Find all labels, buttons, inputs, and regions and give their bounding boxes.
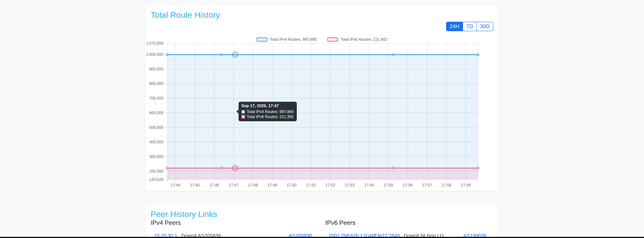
x-axis-tick-label: 17:44 — [171, 183, 180, 187]
data-point — [234, 54, 236, 56]
y-axis-tick-label: 1,000,000 — [146, 52, 164, 57]
x-axis-tick-label: 17:57 — [422, 183, 432, 187]
data-point — [477, 54, 479, 56]
x-axis-tick-label: 17:48 — [248, 183, 258, 187]
x-axis-tick-label: 17:46 — [210, 183, 219, 187]
tooltip-swatch-ipv4 — [242, 110, 245, 114]
ipv4-peers-column: IPv4 Peers 10.20.30.1 Down4 AS205838 AS2… — [151, 219, 315, 238]
ipv6-peers-column: IPv6 Peers 2001:7b8:62b:1:0:d4ff:fe72:78… — [325, 219, 490, 238]
y-axis-tick-label: 700,000 — [149, 96, 164, 101]
x-axis-tick-label: 17:54 — [364, 183, 374, 187]
y-axis-tick-label: 400,000 — [149, 140, 164, 144]
bottom-edge-bar — [0, 237, 644, 238]
tooltip-swatch-ipv6 — [242, 115, 245, 119]
x-axis-tick-label: 17:45 — [190, 183, 200, 187]
x-axis-tick-label: 17:58 — [442, 183, 451, 187]
range-button-24h[interactable]: 24H — [446, 22, 463, 31]
y-axis-tick-label: 143,629 — [149, 177, 164, 182]
tooltip-row-ipv6: Total IPv6 Routes: 221,355 — [242, 114, 294, 119]
data-point — [220, 167, 222, 169]
tooltip-title: Sep 17, 2025, 17:47 — [242, 104, 294, 108]
x-axis-tick-label: 17:50 — [287, 183, 296, 187]
y-axis-tick-label: 200,000 — [149, 169, 164, 173]
range-button-30d[interactable]: 30D — [476, 22, 493, 31]
y-axis-tick-label: 300,000 — [149, 154, 164, 159]
chart-canvas[interactable]: 1,075,5561,000,000900,000800,000700,0006… — [145, 35, 499, 190]
x-axis-tick-label: 17:53 — [345, 183, 355, 187]
peer-history-links-card: Peer History Links IPv4 Peers 10.20.30.1… — [145, 204, 499, 238]
time-range-button-group: 24H 7D 30D — [446, 22, 493, 31]
ipv6-peers-heading: IPv6 Peers — [325, 219, 490, 226]
data-point — [392, 167, 394, 169]
data-point — [477, 167, 479, 169]
app-background: Total Route History 24H 7D 30D Total IPv… — [0, 0, 644, 238]
total-route-history-card: Total Route History 24H 7D 30D Total IPv… — [145, 5, 499, 191]
chart-tooltip: Sep 17, 2025, 17:47 Total IPv4 Routes: 9… — [238, 102, 297, 121]
total-ipv6-routes-area — [168, 168, 478, 179]
x-axis-tick-label: 17:52 — [326, 183, 335, 187]
x-axis-tick-label: 17:51 — [306, 183, 316, 187]
data-point — [234, 167, 236, 169]
y-axis-tick-label: 1,075,556 — [146, 41, 164, 46]
x-axis-tick-label: 17:56 — [403, 183, 413, 187]
peer-card-title: Peer History Links — [151, 209, 217, 219]
y-axis-tick-label: 800,000 — [149, 82, 164, 86]
y-axis-tick-label: 600,000 — [149, 111, 164, 115]
range-button-7d[interactable]: 7D — [463, 22, 477, 31]
data-point — [166, 167, 168, 169]
x-axis-tick-label: 17:47 — [229, 183, 238, 187]
ipv4-peers-heading: IPv4 Peers — [151, 219, 315, 226]
data-point — [220, 54, 222, 56]
tooltip-label-ipv6: Total IPv6 Routes: 221,355 — [247, 114, 294, 119]
x-axis-tick-label: 17:59 — [461, 183, 471, 187]
x-axis-tick-label: 17:49 — [268, 183, 277, 187]
route-history-chart[interactable]: 1,075,5561,000,000900,000800,000700,0006… — [145, 35, 499, 190]
data-point — [166, 54, 168, 56]
tooltip-row-ipv4: Total IPv4 Routes: 997,869 — [242, 109, 294, 114]
total-ipv4-routes-area — [168, 55, 478, 180]
y-axis-tick-label: 500,000 — [149, 125, 164, 130]
peer-columns: IPv4 Peers 10.20.30.1 Down4 AS205838 AS2… — [151, 219, 490, 238]
route-card-title: Total Route History — [151, 10, 220, 19]
y-axis-tick-label: 900,000 — [149, 67, 164, 71]
x-axis-tick-label: 17:55 — [384, 183, 393, 187]
tooltip-label-ipv4: Total IPv4 Routes: 997,869 — [247, 109, 294, 114]
data-point — [392, 54, 394, 56]
